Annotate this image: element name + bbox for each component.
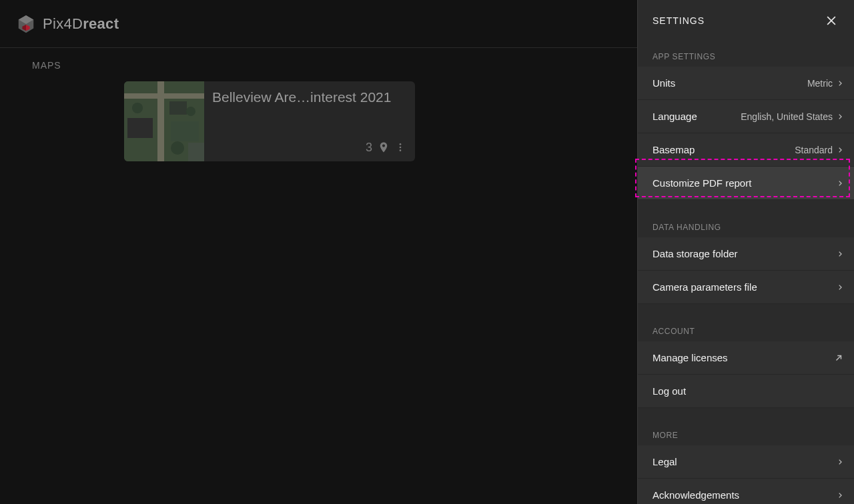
chevron-right-icon [837,457,843,467]
svg-point-13 [171,141,184,155]
map-card[interactable]: Belleview Are…interest 2021 3 [124,81,415,161]
settings-row-pdf-report[interactable]: Customize PDF report [638,167,854,200]
svg-point-12 [132,103,143,113]
chevron-right-icon [837,491,843,500]
brand-logo: Pix4Dreact [16,14,119,34]
settings-row-units[interactable]: Units Metric [638,67,854,100]
location-pin-icon [378,140,390,155]
settings-row-language[interactable]: Language English, United States [638,100,854,133]
logout-label: Log out [653,385,686,397]
brand-prefix: Pix4D [43,15,83,32]
settings-group-account: ACCOUNT Manage licenses Log out [638,316,854,408]
ack-label: Acknowledgements [653,489,739,501]
settings-panel-header: SETTINGS [638,0,854,41]
brand-text: Pix4Dreact [43,15,119,33]
svg-line-20 [837,355,841,360]
chevron-right-icon [837,283,843,292]
close-icon[interactable] [823,13,839,29]
pdf-report-label: Customize PDF report [653,177,751,189]
svg-rect-8 [127,118,153,138]
section-header-data: DATA HANDLING [638,212,854,237]
chevron-right-icon [837,112,843,121]
settings-row-ack[interactable]: Acknowledgements [638,479,854,504]
settings-row-basemap[interactable]: Basemap Standard [638,133,854,167]
svg-rect-11 [188,143,204,161]
language-value: English, United States [741,111,833,122]
section-header-app: APP SETTINGS [638,41,854,67]
more-vert-icon[interactable] [395,141,406,154]
svg-rect-9 [169,101,187,115]
map-card-body: Belleview Are…interest 2021 3 [204,81,415,161]
chevron-right-icon [837,145,843,155]
settings-row-storage[interactable]: Data storage folder [638,237,854,271]
svg-point-16 [400,147,402,149]
settings-group-more: MORE Legal Acknowledgements [638,420,854,504]
chevron-right-icon [837,249,843,259]
basemap-label: Basemap [653,144,695,155]
logo-icon [16,14,36,34]
svg-rect-7 [124,93,204,99]
map-thumbnail [124,81,204,161]
map-marker-count: 3 [366,141,372,155]
units-label: Units [653,77,675,89]
section-header-more: MORE [638,420,854,445]
settings-title: SETTINGS [653,15,705,26]
language-label: Language [653,111,697,122]
chevron-right-icon [837,79,843,88]
settings-row-logout[interactable]: Log out [638,375,854,408]
settings-panel: SETTINGS APP SETTINGS Units Metric Langu… [638,0,854,504]
brand-suffix: react [83,15,119,32]
chevron-right-icon [837,179,843,188]
tab-maps[interactable]: MAPS [32,60,61,71]
settings-row-licenses[interactable]: Manage licenses [638,341,854,375]
svg-point-15 [400,143,402,145]
settings-group-app: APP SETTINGS Units Metric Language Engli… [638,41,854,200]
legal-label: Legal [653,456,677,467]
basemap-value: Standard [795,145,833,155]
section-header-account: ACCOUNT [638,316,854,341]
units-value: Metric [807,78,833,89]
svg-rect-10 [171,121,199,141]
storage-label: Data storage folder [653,248,738,259]
settings-group-data: DATA HANDLING Data storage folder Camera… [638,212,854,304]
map-card-footer: 3 [212,140,406,155]
licenses-label: Manage licenses [653,352,728,363]
svg-point-14 [186,107,195,116]
camera-params-label: Camera parameters file [653,281,757,293]
external-link-icon [834,353,843,363]
map-card-title: Belleview Are…interest 2021 [212,89,406,105]
settings-row-camera-params[interactable]: Camera parameters file [638,271,854,304]
svg-point-17 [400,149,402,151]
settings-row-legal[interactable]: Legal [638,445,854,479]
